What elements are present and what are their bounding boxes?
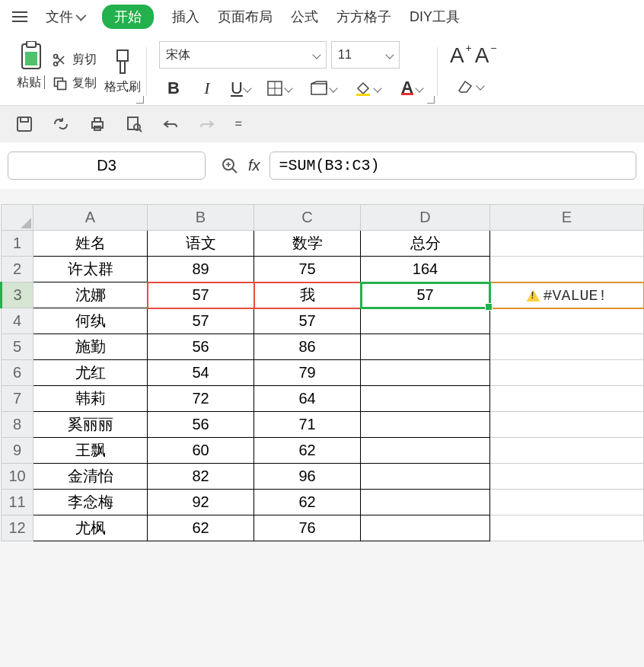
- tab-diy[interactable]: DIY工具: [410, 8, 460, 26]
- col-header-C[interactable]: C: [254, 205, 361, 231]
- font-name-select[interactable]: 宋体: [159, 41, 327, 69]
- underline-button[interactable]: U: [226, 75, 255, 102]
- cell[interactable]: 韩莉: [33, 386, 148, 412]
- row-header[interactable]: 12: [2, 515, 33, 541]
- cell[interactable]: 82: [148, 464, 254, 490]
- cell[interactable]: 79: [254, 360, 361, 386]
- cell[interactable]: 62: [254, 490, 361, 515]
- col-header-A[interactable]: A: [33, 205, 148, 231]
- cell[interactable]: 总分: [361, 231, 490, 257]
- cell[interactable]: 我: [254, 282, 361, 308]
- row-header[interactable]: 3: [2, 282, 33, 308]
- cell[interactable]: 王飘: [33, 438, 148, 464]
- cell[interactable]: 数学: [254, 231, 361, 257]
- cell[interactable]: 尤枫: [33, 515, 148, 541]
- cell[interactable]: 56: [148, 334, 254, 360]
- copy-button[interactable]: 复制: [53, 75, 97, 91]
- col-header-D[interactable]: D: [361, 205, 490, 231]
- redo-icon[interactable]: [198, 115, 216, 133]
- save-icon[interactable]: [15, 115, 33, 133]
- cell[interactable]: 尤红: [33, 360, 148, 386]
- cell[interactable]: 96: [254, 464, 361, 490]
- decrease-font-button[interactable]: A−: [475, 43, 489, 68]
- cell[interactable]: [361, 438, 490, 464]
- row-header[interactable]: 10: [2, 464, 33, 490]
- cell[interactable]: [361, 412, 490, 438]
- cell[interactable]: [490, 386, 644, 412]
- more-icon[interactable]: [234, 115, 247, 133]
- cell[interactable]: [361, 490, 490, 515]
- cell[interactable]: 57: [148, 282, 254, 308]
- cell[interactable]: 施勤: [33, 334, 148, 360]
- row-header[interactable]: 7: [2, 386, 33, 412]
- cell[interactable]: 64: [254, 386, 361, 412]
- row-header[interactable]: 8: [2, 412, 33, 438]
- group-expand-icon[interactable]: [427, 96, 435, 104]
- cell[interactable]: [490, 515, 644, 541]
- cell[interactable]: 92: [148, 490, 254, 515]
- cell[interactable]: 奚丽丽: [33, 412, 148, 438]
- cell[interactable]: 62: [254, 438, 361, 464]
- cell[interactable]: [361, 515, 490, 541]
- cell[interactable]: [490, 231, 644, 257]
- formula-input[interactable]: =SUM(B3:C3): [269, 152, 636, 180]
- cell[interactable]: [490, 490, 644, 515]
- cell[interactable]: [490, 464, 644, 490]
- zoom-icon[interactable]: [221, 157, 239, 175]
- name-box[interactable]: D3: [8, 152, 206, 180]
- italic-button[interactable]: I: [193, 75, 222, 102]
- cell[interactable]: 姓名: [33, 231, 148, 257]
- font-size-select[interactable]: 11: [331, 41, 400, 69]
- share-icon[interactable]: [52, 115, 70, 133]
- row-header[interactable]: 6: [2, 360, 33, 386]
- print-icon[interactable]: [88, 115, 107, 133]
- menu-file[interactable]: 文件: [46, 8, 84, 26]
- cell[interactable]: [490, 308, 644, 334]
- cell[interactable]: 89: [148, 257, 254, 282]
- select-all-corner[interactable]: [2, 205, 33, 231]
- cell[interactable]: [361, 334, 490, 360]
- cell[interactable]: 76: [254, 515, 361, 541]
- cell[interactable]: [361, 386, 490, 412]
- cell[interactable]: 71: [254, 412, 361, 438]
- cell[interactable]: 60: [148, 438, 254, 464]
- cell[interactable]: 72: [148, 386, 254, 412]
- cell[interactable]: [490, 438, 644, 464]
- row-header[interactable]: 4: [2, 308, 33, 334]
- cell[interactable]: 金清怡: [33, 464, 148, 490]
- row-header[interactable]: 11: [2, 490, 33, 515]
- borders-button[interactable]: [260, 75, 299, 102]
- cut-button[interactable]: 剪切: [53, 52, 97, 68]
- fx-label[interactable]: fx: [248, 157, 260, 174]
- undo-icon[interactable]: [161, 115, 180, 133]
- cell[interactable]: 56: [148, 412, 254, 438]
- cell[interactable]: 李念梅: [33, 490, 148, 515]
- cell[interactable]: 62: [148, 515, 254, 541]
- cell[interactable]: 57: [148, 308, 254, 334]
- tab-layout[interactable]: 页面布局: [218, 8, 273, 26]
- cell[interactable]: 许太群: [33, 257, 148, 282]
- col-header-E[interactable]: E: [490, 205, 644, 231]
- cell[interactable]: [490, 334, 644, 360]
- selected-cell[interactable]: 57: [361, 282, 490, 308]
- format-painter-button[interactable]: 格式刷: [104, 41, 141, 102]
- cell[interactable]: 75: [254, 257, 361, 282]
- cell[interactable]: 164: [361, 257, 490, 282]
- cell[interactable]: 沈娜: [33, 282, 148, 308]
- tab-ffgz[interactable]: 方方格子: [336, 8, 391, 26]
- cell[interactable]: 57: [254, 308, 361, 334]
- fill-color-button[interactable]: [348, 75, 387, 102]
- group-expand-icon[interactable]: [136, 96, 144, 104]
- eraser-button[interactable]: [450, 72, 489, 100]
- increase-font-button[interactable]: A+: [450, 43, 464, 68]
- hamburger-icon[interactable]: [12, 11, 27, 22]
- tab-start[interactable]: 开始: [102, 5, 154, 29]
- row-header[interactable]: 9: [2, 438, 33, 464]
- row-header[interactable]: 2: [2, 257, 33, 282]
- cell[interactable]: 86: [254, 334, 361, 360]
- col-header-B[interactable]: B: [148, 205, 254, 231]
- preview-icon[interactable]: [125, 115, 143, 133]
- cell[interactable]: [490, 257, 644, 282]
- cell[interactable]: [490, 412, 644, 438]
- cell[interactable]: [361, 308, 490, 334]
